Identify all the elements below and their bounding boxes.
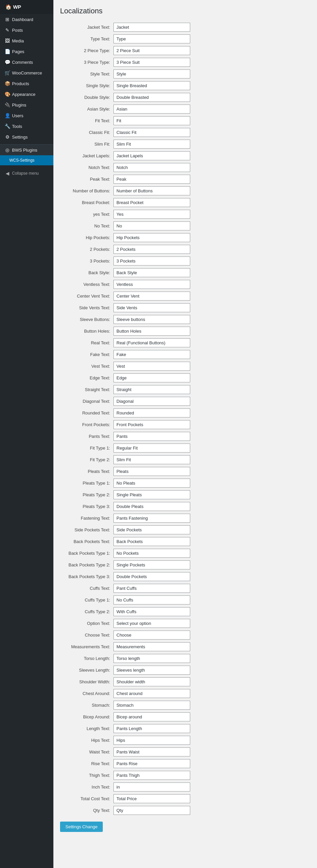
field-input-jacket-lapels[interactable] [113, 151, 190, 160]
field-input-pleats-type-3[interactable] [113, 502, 190, 511]
sidebar-item-pages[interactable]: 📄 Pages [0, 46, 54, 57]
field-input-thigh-text[interactable] [113, 771, 190, 780]
field-input-three-pockets[interactable] [113, 256, 190, 266]
sidebar-item-posts[interactable]: ✎ Posts [0, 25, 54, 35]
field-input-pleats-text[interactable] [113, 467, 190, 476]
field-input-torso-length[interactable] [113, 654, 190, 663]
field-input-edge-text[interactable] [113, 373, 190, 382]
settings-change-button[interactable]: Settings Change [60, 822, 103, 832]
field-input-peak-text[interactable] [113, 175, 190, 184]
field-input-jacket-text[interactable] [113, 23, 190, 32]
field-input-length-text[interactable] [113, 724, 190, 733]
field-input-notch-text[interactable] [113, 163, 190, 172]
field-label-peak-text: Peak Text: [60, 173, 113, 185]
field-input-single-style[interactable] [113, 81, 190, 90]
field-input-side-pockets-text[interactable] [113, 525, 190, 534]
field-label-fit-text: Fit Text: [60, 115, 113, 127]
sidebar: 🏠 WP ⊞ Dashboard ✎ Posts 🖼 Media 📄 Pages… [0, 0, 54, 868]
sidebar-collapse-button[interactable]: ◀ Collapse menu [0, 168, 54, 179]
field-input-back-style[interactable] [113, 268, 190, 277]
field-label-slim-fit: Slim Fit: [60, 138, 113, 150]
field-input-type-text[interactable] [113, 34, 190, 43]
sidebar-item-dashboard[interactable]: ⊞ Dashboard [0, 14, 54, 25]
field-input-pleats-type-1[interactable] [113, 478, 190, 488]
field-input-rounded-text[interactable] [113, 408, 190, 417]
field-input-back-pockets-text[interactable] [113, 537, 190, 546]
field-input-sleeve-buttons[interactable] [113, 315, 190, 324]
field-input-three-piece-type[interactable] [113, 58, 190, 67]
field-input-two-piece-type[interactable] [113, 46, 190, 55]
sidebar-item-woocommerce[interactable]: 🛒 WooCommerce [0, 67, 54, 78]
field-input-style-text[interactable] [113, 69, 190, 79]
field-input-pleats-type-2[interactable] [113, 490, 190, 499]
field-input-asian-style[interactable] [113, 104, 190, 114]
field-input-slim-fit[interactable] [113, 140, 190, 149]
field-input-waist-text[interactable] [113, 747, 190, 756]
sidebar-item-users[interactable]: 👤 Users [0, 110, 54, 121]
field-input-number-of-buttons[interactable] [113, 186, 190, 195]
sidebar-item-comments[interactable]: 💬 Comments [0, 57, 54, 67]
field-input-two-pockets[interactable] [113, 245, 190, 254]
field-input-vest-text[interactable] [113, 362, 190, 371]
field-input-side-vents-text[interactable] [113, 303, 190, 312]
sidebar-item-label: Posts [12, 28, 23, 33]
field-label-waist-text: Waist Text: [60, 746, 113, 758]
field-input-bicep-around[interactable] [113, 712, 190, 721]
sidebar-item-settings[interactable]: ⚙ Settings [0, 132, 54, 142]
form-row-yes-text: yes Text: [60, 208, 310, 220]
form-row-total-cost-text: Total Cost Text: [60, 793, 310, 805]
field-input-no-text[interactable] [113, 221, 190, 230]
field-input-cuffs-type-2[interactable] [113, 607, 190, 616]
field-input-fastening-text[interactable] [113, 514, 190, 523]
sidebar-item-tools[interactable]: 🔧 Tools [0, 121, 54, 132]
field-label-cuffs-type-2: Cuffs Type 2: [60, 606, 113, 618]
field-input-cuffs-text[interactable] [113, 584, 190, 593]
field-label-jacket-lapels: Jacket Lapels: [60, 150, 113, 162]
field-input-yes-text[interactable] [113, 210, 190, 219]
field-input-back-pockets-type-2[interactable] [113, 560, 190, 569]
field-input-hip-pockets[interactable] [113, 233, 190, 242]
sidebar-item-wcs-settings[interactable]: WCS-Settings [0, 155, 54, 165]
field-input-front-pockets[interactable] [113, 420, 190, 429]
field-input-rise-text[interactable] [113, 759, 190, 768]
field-input-chest-around[interactable] [113, 689, 190, 698]
sidebar-item-products[interactable]: 📦 Products [0, 78, 54, 89]
field-input-option-text[interactable] [113, 619, 190, 628]
field-input-shoulder-width[interactable] [113, 677, 190, 686]
field-input-diagonal-text[interactable] [113, 397, 190, 406]
form-row-torso-length: Torso Length: [60, 653, 310, 664]
field-cell-bicep-around [113, 711, 310, 723]
field-input-hips-text[interactable] [113, 736, 190, 745]
field-input-ventless-text[interactable] [113, 280, 190, 289]
field-input-sleeves-length[interactable] [113, 665, 190, 675]
form-row-rise-text: Rise Text: [60, 758, 310, 770]
field-input-fake-text[interactable] [113, 350, 190, 359]
field-input-stomach[interactable] [113, 701, 190, 710]
field-input-button-holes[interactable] [113, 327, 190, 336]
field-input-cuffs-type-1[interactable] [113, 595, 190, 604]
sidebar-item-appearance[interactable]: 🎨 Appearance [0, 89, 54, 99]
field-input-real-text[interactable] [113, 338, 190, 347]
field-input-pants-text[interactable] [113, 432, 190, 441]
form-row-pleats-type-3: Pleats Type 3: [60, 501, 310, 512]
field-input-inch-text[interactable] [113, 782, 190, 792]
field-input-center-vent-text[interactable] [113, 291, 190, 301]
field-input-double-style[interactable] [113, 93, 190, 102]
sidebar-item-media[interactable]: 🖼 Media [0, 35, 54, 46]
field-input-choose-text[interactable] [113, 630, 190, 640]
field-input-qty-text[interactable] [113, 806, 190, 815]
field-input-classic-fit[interactable] [113, 128, 190, 137]
field-input-fit-text[interactable] [113, 116, 190, 125]
field-input-fit-type-1[interactable] [113, 443, 190, 453]
field-input-straight-text[interactable] [113, 385, 190, 394]
field-input-fit-type-2[interactable] [113, 455, 190, 464]
field-input-back-pockets-type-3[interactable] [113, 572, 190, 581]
sidebar-item-plugins[interactable]: 🔌 Plugins [0, 99, 54, 110]
sidebar-item-bws-plugins[interactable]: ◎ BWS Plugins [0, 144, 54, 155]
field-input-back-pockets-type-1[interactable] [113, 549, 190, 558]
field-input-total-cost-text[interactable] [113, 794, 190, 803]
sidebar-item-label: Media [12, 38, 24, 43]
field-input-measurements-text[interactable] [113, 642, 190, 651]
field-input-breast-pocket[interactable] [113, 198, 190, 207]
field-label-qty-text: Qty Text: [60, 805, 113, 816]
